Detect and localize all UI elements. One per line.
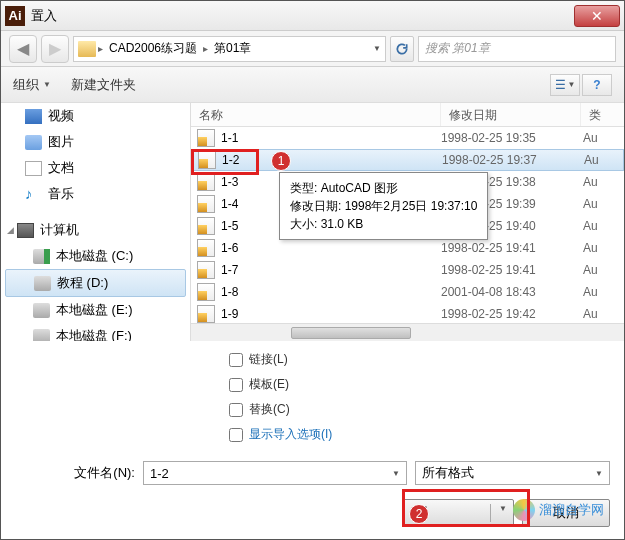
forward-button[interactable]: ▶ (41, 35, 69, 63)
chevron-down-icon: ▼ (595, 469, 603, 478)
annotation-badge-2: 2 (409, 504, 429, 524)
folder-icon (78, 41, 96, 57)
place-button[interactable]: 2 置 ▼ (402, 499, 514, 527)
filename-label: 文件名(N): (15, 464, 135, 482)
filetype-select[interactable]: 所有格式 ▼ (415, 461, 610, 485)
path-box[interactable]: ▸ CAD2006练习题 ▸ 第01章 ▼ (73, 36, 386, 62)
sidebar-item-pictures[interactable]: 图片 (1, 129, 190, 155)
checkbox-input[interactable] (229, 378, 243, 392)
pictures-icon (25, 135, 42, 150)
file-header: 名称 修改日期 类 (191, 103, 624, 127)
music-icon: ♪ (25, 187, 42, 202)
cancel-button-label: 取消 (553, 504, 579, 522)
new-folder-button[interactable]: 新建文件夹 (71, 76, 136, 94)
disk-icon (34, 276, 51, 291)
video-icon (25, 109, 42, 124)
path-seg-2[interactable]: 第01章 (210, 40, 255, 57)
file-tooltip: 类型: AutoCAD 图形 修改日期: 1998年2月25日 19:37:10… (279, 172, 488, 240)
sidebar-item-music[interactable]: ♪音乐 (1, 181, 190, 207)
checkbox-replace[interactable]: 替换(C) (229, 397, 624, 422)
file-icon (197, 129, 215, 147)
chevron-down-icon: ▼ (43, 80, 51, 89)
expand-icon[interactable]: ◢ (7, 225, 14, 235)
checkbox-input[interactable] (229, 403, 243, 417)
address-bar: ◀ ▶ ▸ CAD2006练习题 ▸ 第01章 ▼ 搜索 第01章 (1, 31, 624, 67)
sidebar-item-documents[interactable]: 文档 (1, 155, 190, 181)
disk-icon (33, 303, 50, 318)
file-row[interactable]: 1-11998-02-25 19:35Au (191, 127, 624, 149)
file-icon (198, 151, 216, 169)
disk-icon (33, 249, 50, 264)
sidebar-item-drive-d[interactable]: 教程 (D:) (5, 269, 186, 297)
dialog-title: 置入 (31, 7, 574, 25)
help-icon: ? (593, 78, 600, 92)
toolbar: 组织 ▼ 新建文件夹 ☰▼ ? (1, 67, 624, 103)
button-row: 溜溜自学网 2 置 ▼ 取消 (1, 493, 624, 539)
column-type[interactable]: 类 (581, 103, 624, 126)
view-button[interactable]: ☰▼ (550, 74, 580, 96)
search-placeholder: 搜索 第01章 (425, 40, 490, 57)
checkbox-input[interactable] (229, 353, 243, 367)
file-row[interactable]: 1-82001-04-08 18:43Au (191, 281, 624, 303)
dialog-window: Ai 置入 ✕ ◀ ▶ ▸ CAD2006练习题 ▸ 第01章 ▼ 搜索 第01… (0, 0, 625, 540)
path-dropdown-icon[interactable]: ▼ (373, 44, 381, 53)
filename-row: 文件名(N): 1-2 ▼ 所有格式 ▼ (1, 453, 624, 493)
chevron-right-icon: ▸ (203, 43, 208, 54)
computer-icon (17, 223, 34, 238)
file-row[interactable]: 1-61998-02-25 19:41Au (191, 237, 624, 259)
view-icon: ☰ (555, 78, 566, 92)
file-icon (197, 173, 215, 191)
filename-input[interactable]: 1-2 ▼ (143, 461, 407, 485)
sidebar-item-video[interactable]: 视频 (1, 103, 190, 129)
file-icon (197, 283, 215, 301)
file-icon (197, 305, 215, 323)
file-icon (197, 195, 215, 213)
sidebar-item-drive-c[interactable]: 本地磁盘 (C:) (1, 243, 190, 269)
column-name[interactable]: 名称 (191, 103, 441, 126)
back-button[interactable]: ◀ (9, 35, 37, 63)
document-icon (25, 161, 42, 176)
close-icon: ✕ (591, 8, 603, 24)
disk-icon (33, 329, 50, 342)
horizontal-scrollbar[interactable] (191, 323, 624, 341)
file-icon (197, 239, 215, 257)
file-row[interactable]: 1-71998-02-25 19:41Au (191, 259, 624, 281)
organize-menu[interactable]: 组织 ▼ (13, 76, 51, 94)
scrollbar-thumb[interactable] (291, 327, 411, 339)
refresh-button[interactable] (390, 36, 414, 62)
file-row[interactable]: 1-91998-02-25 19:42Au (191, 303, 624, 323)
checkbox-template[interactable]: 模板(E) (229, 372, 624, 397)
file-row-selected[interactable]: 1-21998-02-25 19:37Au (191, 149, 624, 171)
refresh-icon (395, 42, 409, 56)
sidebar-item-drive-f[interactable]: 本地磁盘 (F:) (1, 323, 190, 341)
column-date[interactable]: 修改日期 (441, 103, 581, 126)
options-area: 链接(L) 模板(E) 替换(C) 显示导入选项(I) (1, 341, 624, 453)
app-icon: Ai (5, 6, 25, 26)
checkbox-show-import[interactable]: 显示导入选项(I) (229, 422, 624, 447)
chevron-down-icon: ▼ (392, 469, 400, 478)
file-icon (197, 217, 215, 235)
sidebar-item-drive-e[interactable]: 本地磁盘 (E:) (1, 297, 190, 323)
sidebar[interactable]: 视频 图片 文档 ♪音乐 ◢计算机 本地磁盘 (C:) 教程 (D:) 本地磁盘… (1, 103, 191, 341)
close-button[interactable]: ✕ (574, 5, 620, 27)
titlebar: Ai 置入 ✕ (1, 1, 624, 31)
annotation-badge-1: 1 (271, 151, 291, 171)
file-icon (197, 261, 215, 279)
help-button[interactable]: ? (582, 74, 612, 96)
search-input[interactable]: 搜索 第01章 (418, 36, 616, 62)
checkbox-link[interactable]: 链接(L) (229, 347, 624, 372)
chevron-down-icon: ▼ (490, 504, 507, 522)
checkbox-input[interactable] (229, 428, 243, 442)
path-seg-1[interactable]: CAD2006练习题 (105, 40, 201, 57)
cancel-button[interactable]: 取消 (522, 499, 610, 527)
sidebar-item-computer[interactable]: ◢计算机 (1, 217, 190, 243)
chevron-right-icon: ▸ (98, 43, 103, 54)
